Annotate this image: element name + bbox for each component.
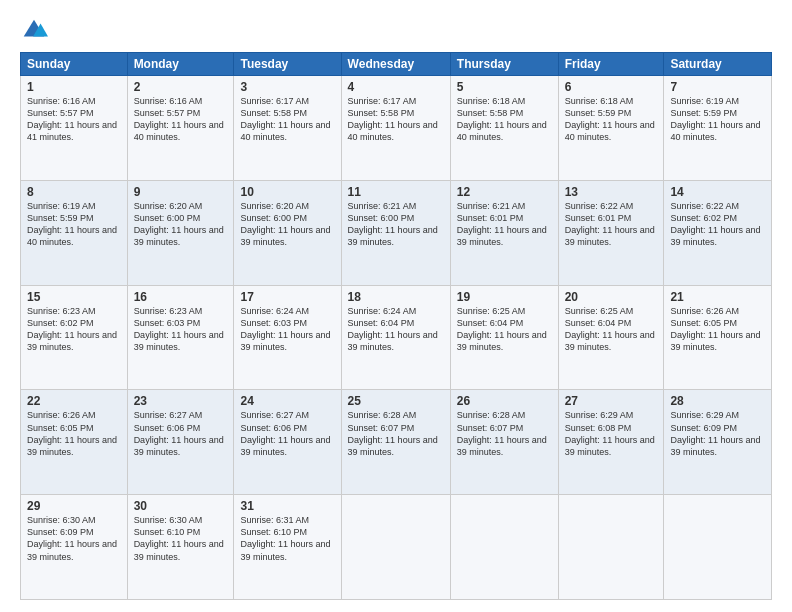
day-info: Sunrise: 6:16 AMSunset: 5:57 PMDaylight:… bbox=[134, 96, 224, 142]
calendar-header-row: SundayMondayTuesdayWednesdayThursdayFrid… bbox=[21, 53, 772, 76]
day-number: 3 bbox=[240, 80, 334, 94]
day-number: 18 bbox=[348, 290, 444, 304]
day-info: Sunrise: 6:28 AMSunset: 6:07 PMDaylight:… bbox=[457, 410, 547, 456]
day-number: 16 bbox=[134, 290, 228, 304]
day-info: Sunrise: 6:18 AMSunset: 5:58 PMDaylight:… bbox=[457, 96, 547, 142]
day-info: Sunrise: 6:18 AMSunset: 5:59 PMDaylight:… bbox=[565, 96, 655, 142]
day-info: Sunrise: 6:30 AMSunset: 6:09 PMDaylight:… bbox=[27, 515, 117, 561]
day-number: 23 bbox=[134, 394, 228, 408]
calendar-day-cell: 9Sunrise: 6:20 AMSunset: 6:00 PMDaylight… bbox=[127, 180, 234, 285]
calendar-day-cell bbox=[558, 495, 664, 600]
weekday-header: Sunday bbox=[21, 53, 128, 76]
day-number: 17 bbox=[240, 290, 334, 304]
day-number: 4 bbox=[348, 80, 444, 94]
day-number: 27 bbox=[565, 394, 658, 408]
day-info: Sunrise: 6:25 AMSunset: 6:04 PMDaylight:… bbox=[565, 306, 655, 352]
day-info: Sunrise: 6:20 AMSunset: 6:00 PMDaylight:… bbox=[134, 201, 224, 247]
day-info: Sunrise: 6:19 AMSunset: 5:59 PMDaylight:… bbox=[670, 96, 760, 142]
day-number: 14 bbox=[670, 185, 765, 199]
day-info: Sunrise: 6:31 AMSunset: 6:10 PMDaylight:… bbox=[240, 515, 330, 561]
day-info: Sunrise: 6:26 AMSunset: 6:05 PMDaylight:… bbox=[670, 306, 760, 352]
day-info: Sunrise: 6:28 AMSunset: 6:07 PMDaylight:… bbox=[348, 410, 438, 456]
day-info: Sunrise: 6:17 AMSunset: 5:58 PMDaylight:… bbox=[240, 96, 330, 142]
day-number: 2 bbox=[134, 80, 228, 94]
calendar-day-cell: 18Sunrise: 6:24 AMSunset: 6:04 PMDayligh… bbox=[341, 285, 450, 390]
header bbox=[20, 16, 772, 44]
day-number: 29 bbox=[27, 499, 121, 513]
day-number: 30 bbox=[134, 499, 228, 513]
day-info: Sunrise: 6:22 AMSunset: 6:02 PMDaylight:… bbox=[670, 201, 760, 247]
day-info: Sunrise: 6:29 AMSunset: 6:08 PMDaylight:… bbox=[565, 410, 655, 456]
calendar-day-cell: 5Sunrise: 6:18 AMSunset: 5:58 PMDaylight… bbox=[450, 76, 558, 181]
day-info: Sunrise: 6:27 AMSunset: 6:06 PMDaylight:… bbox=[134, 410, 224, 456]
day-number: 11 bbox=[348, 185, 444, 199]
calendar-day-cell: 14Sunrise: 6:22 AMSunset: 6:02 PMDayligh… bbox=[664, 180, 772, 285]
calendar-week-row: 29Sunrise: 6:30 AMSunset: 6:09 PMDayligh… bbox=[21, 495, 772, 600]
calendar-day-cell: 4Sunrise: 6:17 AMSunset: 5:58 PMDaylight… bbox=[341, 76, 450, 181]
calendar-day-cell: 30Sunrise: 6:30 AMSunset: 6:10 PMDayligh… bbox=[127, 495, 234, 600]
weekday-header: Saturday bbox=[664, 53, 772, 76]
day-number: 7 bbox=[670, 80, 765, 94]
calendar-day-cell: 16Sunrise: 6:23 AMSunset: 6:03 PMDayligh… bbox=[127, 285, 234, 390]
calendar-day-cell: 11Sunrise: 6:21 AMSunset: 6:00 PMDayligh… bbox=[341, 180, 450, 285]
day-number: 8 bbox=[27, 185, 121, 199]
calendar-day-cell: 20Sunrise: 6:25 AMSunset: 6:04 PMDayligh… bbox=[558, 285, 664, 390]
day-number: 25 bbox=[348, 394, 444, 408]
day-number: 20 bbox=[565, 290, 658, 304]
calendar-day-cell bbox=[450, 495, 558, 600]
calendar-day-cell: 8Sunrise: 6:19 AMSunset: 5:59 PMDaylight… bbox=[21, 180, 128, 285]
day-info: Sunrise: 6:23 AMSunset: 6:02 PMDaylight:… bbox=[27, 306, 117, 352]
logo-icon bbox=[20, 16, 48, 44]
day-info: Sunrise: 6:22 AMSunset: 6:01 PMDaylight:… bbox=[565, 201, 655, 247]
calendar-day-cell: 2Sunrise: 6:16 AMSunset: 5:57 PMDaylight… bbox=[127, 76, 234, 181]
day-number: 13 bbox=[565, 185, 658, 199]
calendar-day-cell: 12Sunrise: 6:21 AMSunset: 6:01 PMDayligh… bbox=[450, 180, 558, 285]
calendar-day-cell: 25Sunrise: 6:28 AMSunset: 6:07 PMDayligh… bbox=[341, 390, 450, 495]
calendar-day-cell: 13Sunrise: 6:22 AMSunset: 6:01 PMDayligh… bbox=[558, 180, 664, 285]
calendar-day-cell: 3Sunrise: 6:17 AMSunset: 5:58 PMDaylight… bbox=[234, 76, 341, 181]
day-info: Sunrise: 6:16 AMSunset: 5:57 PMDaylight:… bbox=[27, 96, 117, 142]
day-info: Sunrise: 6:29 AMSunset: 6:09 PMDaylight:… bbox=[670, 410, 760, 456]
weekday-header: Thursday bbox=[450, 53, 558, 76]
calendar-day-cell: 24Sunrise: 6:27 AMSunset: 6:06 PMDayligh… bbox=[234, 390, 341, 495]
calendar-week-row: 8Sunrise: 6:19 AMSunset: 5:59 PMDaylight… bbox=[21, 180, 772, 285]
calendar-day-cell: 21Sunrise: 6:26 AMSunset: 6:05 PMDayligh… bbox=[664, 285, 772, 390]
calendar-day-cell: 23Sunrise: 6:27 AMSunset: 6:06 PMDayligh… bbox=[127, 390, 234, 495]
calendar-day-cell: 27Sunrise: 6:29 AMSunset: 6:08 PMDayligh… bbox=[558, 390, 664, 495]
calendar-day-cell: 29Sunrise: 6:30 AMSunset: 6:09 PMDayligh… bbox=[21, 495, 128, 600]
calendar-day-cell: 17Sunrise: 6:24 AMSunset: 6:03 PMDayligh… bbox=[234, 285, 341, 390]
calendar-week-row: 15Sunrise: 6:23 AMSunset: 6:02 PMDayligh… bbox=[21, 285, 772, 390]
day-number: 28 bbox=[670, 394, 765, 408]
day-info: Sunrise: 6:21 AMSunset: 6:00 PMDaylight:… bbox=[348, 201, 438, 247]
page: SundayMondayTuesdayWednesdayThursdayFrid… bbox=[0, 0, 792, 612]
day-number: 9 bbox=[134, 185, 228, 199]
day-number: 26 bbox=[457, 394, 552, 408]
day-number: 1 bbox=[27, 80, 121, 94]
day-info: Sunrise: 6:20 AMSunset: 6:00 PMDaylight:… bbox=[240, 201, 330, 247]
logo bbox=[20, 16, 50, 44]
calendar-day-cell bbox=[341, 495, 450, 600]
calendar-day-cell: 6Sunrise: 6:18 AMSunset: 5:59 PMDaylight… bbox=[558, 76, 664, 181]
calendar-day-cell bbox=[664, 495, 772, 600]
day-number: 22 bbox=[27, 394, 121, 408]
day-info: Sunrise: 6:17 AMSunset: 5:58 PMDaylight:… bbox=[348, 96, 438, 142]
weekday-header: Wednesday bbox=[341, 53, 450, 76]
day-number: 19 bbox=[457, 290, 552, 304]
calendar-day-cell: 22Sunrise: 6:26 AMSunset: 6:05 PMDayligh… bbox=[21, 390, 128, 495]
day-info: Sunrise: 6:19 AMSunset: 5:59 PMDaylight:… bbox=[27, 201, 117, 247]
day-info: Sunrise: 6:26 AMSunset: 6:05 PMDaylight:… bbox=[27, 410, 117, 456]
day-number: 6 bbox=[565, 80, 658, 94]
day-info: Sunrise: 6:21 AMSunset: 6:01 PMDaylight:… bbox=[457, 201, 547, 247]
calendar-day-cell: 7Sunrise: 6:19 AMSunset: 5:59 PMDaylight… bbox=[664, 76, 772, 181]
calendar-day-cell: 19Sunrise: 6:25 AMSunset: 6:04 PMDayligh… bbox=[450, 285, 558, 390]
weekday-header: Monday bbox=[127, 53, 234, 76]
calendar-day-cell: 26Sunrise: 6:28 AMSunset: 6:07 PMDayligh… bbox=[450, 390, 558, 495]
day-info: Sunrise: 6:24 AMSunset: 6:04 PMDaylight:… bbox=[348, 306, 438, 352]
calendar-day-cell: 15Sunrise: 6:23 AMSunset: 6:02 PMDayligh… bbox=[21, 285, 128, 390]
calendar-week-row: 1Sunrise: 6:16 AMSunset: 5:57 PMDaylight… bbox=[21, 76, 772, 181]
calendar-day-cell: 10Sunrise: 6:20 AMSunset: 6:00 PMDayligh… bbox=[234, 180, 341, 285]
day-number: 15 bbox=[27, 290, 121, 304]
weekday-header: Friday bbox=[558, 53, 664, 76]
calendar-day-cell: 1Sunrise: 6:16 AMSunset: 5:57 PMDaylight… bbox=[21, 76, 128, 181]
day-number: 21 bbox=[670, 290, 765, 304]
